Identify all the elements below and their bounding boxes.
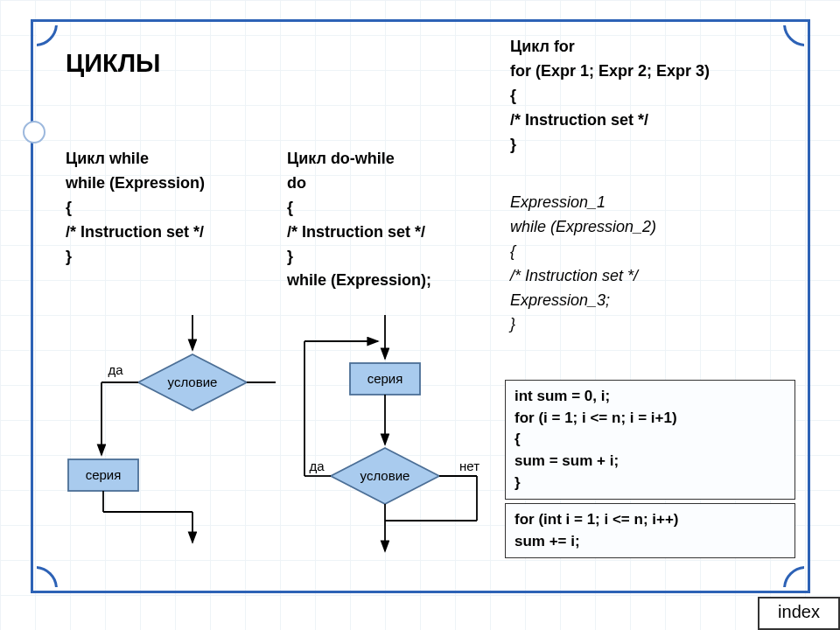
for-equivalent: Expression_1 while (Expression_2) { /* I…	[510, 191, 656, 337]
index-link[interactable]: index	[758, 597, 840, 630]
ring-decor	[23, 121, 46, 144]
flowchart-do-while: серия условие да нет	[289, 315, 516, 578]
no-label: нет	[459, 458, 480, 473]
for-syntax: Цикл for for (Expr 1; Expr 2; Expr 3) { …	[510, 35, 710, 157]
condition-label: условие	[168, 374, 218, 389]
flowchart-while: условие да серия	[52, 315, 298, 578]
do-while-syntax: Цикл do-while do { /* Instruction set */…	[287, 147, 431, 293]
code-example-2: for (int i = 1; i <= n; i++) sum += i;	[505, 503, 795, 558]
yes-label: да	[108, 362, 123, 377]
series-label: серия	[86, 467, 122, 482]
condition-label-2: условие	[360, 468, 410, 483]
code-example-1: int sum = 0, i; for (i = 1; i <= n; i = …	[505, 380, 795, 500]
while-syntax: Цикл while while (Expression) { /* Instr…	[66, 147, 205, 269]
yes-label-2: да	[309, 458, 325, 473]
series-label-2: серия	[368, 371, 403, 386]
page-title: ЦИКЛЫ	[66, 49, 160, 78]
